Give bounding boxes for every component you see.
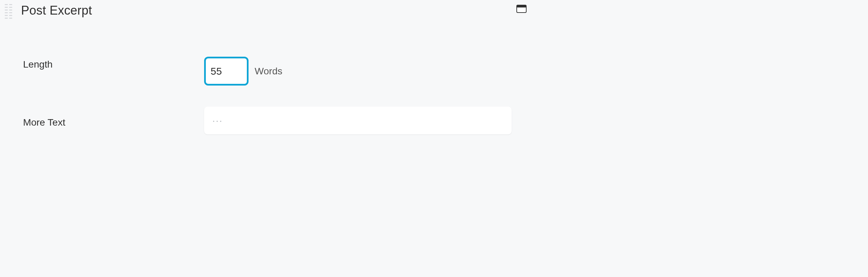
fields-container: Length Words More Text — [0, 19, 532, 134]
length-label: Length — [23, 57, 204, 70]
drag-handle-icon[interactable] — [5, 4, 12, 19]
length-unit-label: Words — [255, 66, 282, 77]
display-mode-icon[interactable] — [516, 5, 527, 13]
length-input-group: Words — [204, 57, 282, 86]
more-text-field-row: More Text — [23, 107, 512, 134]
more-text-input[interactable] — [204, 107, 512, 134]
more-text-label: More Text — [23, 113, 204, 128]
length-input[interactable] — [204, 57, 249, 86]
panel-header: Post Excerpt — [0, 0, 532, 19]
panel-title: Post Excerpt — [21, 3, 92, 18]
post-excerpt-panel: Post Excerpt Length Words More Text — [0, 0, 532, 134]
length-field-row: Length Words — [23, 57, 512, 86]
